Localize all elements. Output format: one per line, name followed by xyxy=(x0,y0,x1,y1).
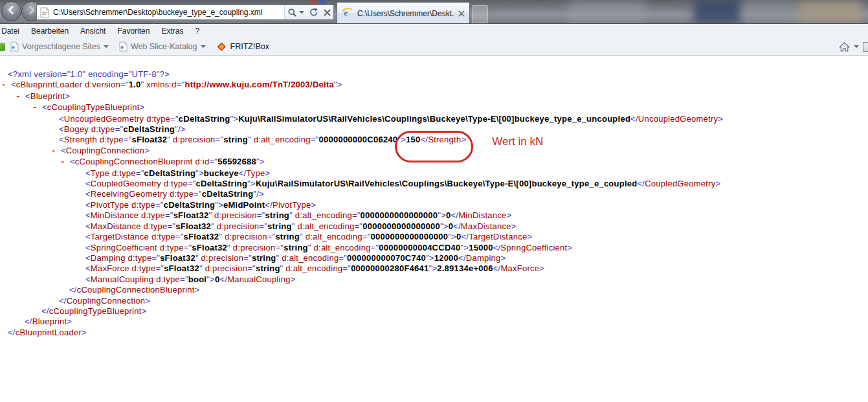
xml-token: d:precision xyxy=(214,221,259,231)
xml-line: </Blueprint> xyxy=(0,317,868,327)
xml-token: xmlns:d xyxy=(144,80,176,89)
xml-token: d:alt_encoding xyxy=(295,221,355,231)
xml-token: < xyxy=(85,253,91,263)
xml-token: > xyxy=(501,253,506,263)
glass-reflection xyxy=(320,0,325,4)
xml-token: </ xyxy=(453,221,461,231)
refresh-button[interactable] xyxy=(307,5,321,19)
xml-line: </cCouplingConnectionBlueprint> xyxy=(0,285,868,295)
xml-token: d:type xyxy=(167,189,194,199)
xml-token: > xyxy=(82,328,87,337)
xml-token: 12000 xyxy=(434,253,458,263)
xml-token: =" xyxy=(136,168,144,178)
xml-token: =" xyxy=(216,135,224,144)
menu-item-favoriten[interactable]: Favoriten xyxy=(111,25,155,38)
xml-token: Kuju\RailSimulatorUS\RailVehicles\Coupli… xyxy=(238,114,630,124)
address-url[interactable]: C:\Users\Schremmer\Desktop\buckeye_type_… xyxy=(53,8,284,17)
xml-token: 0000000000000000 xyxy=(362,221,440,231)
xml-token: TargetDistance xyxy=(91,232,149,241)
menu-item-bearbeiten[interactable]: Bearbeiten xyxy=(25,25,74,38)
favorites-add-icon[interactable] xyxy=(0,43,5,51)
xml-token: 0000000000C06240 xyxy=(318,135,397,144)
collapse-toggle[interactable]: - xyxy=(16,93,25,102)
xml-line: <UncoupledGeometry d:type="cDeltaString"… xyxy=(0,114,868,124)
back-button[interactable] xyxy=(1,1,21,21)
xml-token: < xyxy=(42,102,47,112)
collapse-toggle[interactable]: - xyxy=(60,158,70,167)
back-arrow-icon xyxy=(6,5,16,17)
xml-token: </ xyxy=(493,263,501,273)
xml-token: 0 xyxy=(446,210,451,220)
favorites-item-vorgeschlagene-sites[interactable]: eVorgeschlagene Sites xyxy=(5,39,114,54)
xml-token: d:precision xyxy=(222,232,267,241)
xml-line: <PivotType d:type="cDeltaString">eMidPoi… xyxy=(0,200,868,210)
menu-item-extras[interactable]: Extras xyxy=(155,25,189,38)
xml-token: cDeltaString xyxy=(123,124,175,134)
xml-line: <ReceivingGeometry d:type="cDeltaString"… xyxy=(0,189,868,199)
xml-token: "> xyxy=(195,168,204,178)
xml-token: sFloat32 xyxy=(164,263,199,273)
glass-reflection xyxy=(797,0,862,24)
address-bar[interactable]: C:\Users\Schremmer\Desktop\buckeye_type_… xyxy=(36,5,334,20)
xml-token: < xyxy=(85,189,91,199)
xml-token: > xyxy=(265,168,271,178)
xml-token: </ xyxy=(25,317,32,326)
xml-token: d:type xyxy=(149,232,175,241)
xml-token: MinDistance xyxy=(458,210,506,220)
new-tab-button[interactable] xyxy=(472,5,488,23)
xml-token: > xyxy=(65,91,70,101)
xml-token: =" xyxy=(259,221,267,231)
xml-token: </ xyxy=(59,296,67,306)
xml-token: d:type xyxy=(89,124,115,134)
menu-item-ansicht[interactable]: Ansicht xyxy=(74,25,111,38)
xml-token: MaxForce xyxy=(91,263,129,273)
annotation-label: Wert in kN xyxy=(492,135,543,148)
xml-line: - <cBlueprintLoader d:version="1.0" xmln… xyxy=(0,80,868,91)
ie-page-icon: e xyxy=(10,41,19,52)
home-dropdown-caret-icon[interactable] xyxy=(854,45,859,48)
xml-token: =" xyxy=(371,243,379,252)
xml-token: < xyxy=(25,91,30,101)
xml-token: buckeye xyxy=(204,168,239,178)
xml-token: cDeltaString xyxy=(164,200,216,210)
stop-button[interactable] xyxy=(321,5,333,19)
search-dropdown-caret-icon[interactable] xyxy=(299,11,304,14)
favorites-items: eVorgeschlagene SiteseWeb Slice-KatalogF… xyxy=(5,38,274,55)
xml-token: string xyxy=(252,253,276,263)
xml-token: Bogey xyxy=(64,124,89,134)
page-content: <?xml version="1.0" encoding="UTF-8"?>- … xyxy=(0,56,868,402)
xml-token: =" xyxy=(155,200,164,210)
xml-token: Type xyxy=(91,168,109,178)
svg-text:e: e xyxy=(120,43,124,50)
tab-close-icon[interactable] xyxy=(458,8,465,19)
xml-token: string xyxy=(223,135,248,144)
xml-token: cDeltaString xyxy=(144,168,196,178)
xml-token: > xyxy=(291,274,296,284)
xml-token: =" xyxy=(120,80,129,89)
favorites-item-fritz-box[interactable]: FRITZ!Box xyxy=(211,40,274,54)
collapse-toggle[interactable]: - xyxy=(32,104,42,113)
xml-token: d:precision xyxy=(203,263,247,273)
menu-item-datei[interactable]: Datei xyxy=(0,25,25,38)
search-button[interactable] xyxy=(285,5,307,19)
favorites-item-web-slice-katalog[interactable]: eWeb Slice-Katalog xyxy=(114,39,211,54)
xml-token: "> xyxy=(215,200,223,210)
xml-token: Blueprint xyxy=(30,91,65,101)
xml-token: Kuju\RailSimulatorUS\RailVehicles\Coupli… xyxy=(256,179,638,188)
xml-token: "> xyxy=(440,221,449,231)
collapse-toggle[interactable]: - xyxy=(1,81,11,90)
xml-token: </ xyxy=(637,179,645,188)
tab[interactable]: e C:\Users\Schremmer\Deskt... xyxy=(337,2,470,24)
command-bar-partial-icon[interactable] xyxy=(863,42,868,52)
xml-token: d:alt_encoding xyxy=(293,210,352,220)
xml-token: > xyxy=(567,243,572,252)
tab-title: C:\Users\Schremmer\Deskt... xyxy=(357,9,454,18)
xml-line: <SpringCoefficient d:type="sFloat32" d:p… xyxy=(0,243,868,253)
menu-item-help[interactable]: ? xyxy=(189,25,205,38)
xml-token: sFloat32 xyxy=(184,232,219,241)
home-button[interactable] xyxy=(839,42,850,52)
xml-token: < xyxy=(61,146,66,155)
xml-token: =" xyxy=(267,232,276,241)
xml-token: > xyxy=(67,317,72,326)
collapse-toggle[interactable]: - xyxy=(51,147,61,156)
